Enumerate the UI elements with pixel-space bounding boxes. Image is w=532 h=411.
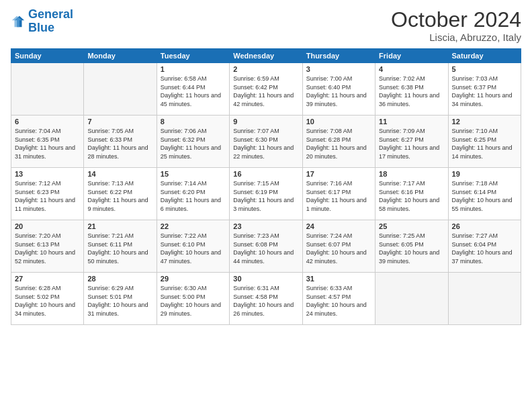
week-row-4: 20Sunrise: 7:20 AMSunset: 6:13 PMDayligh… <box>11 220 521 273</box>
day-cell: 25Sunrise: 7:25 AMSunset: 6:05 PMDayligh… <box>375 220 448 273</box>
day-cell: 1Sunrise: 6:58 AMSunset: 6:44 PMDaylight… <box>157 63 229 116</box>
day-info: Sunrise: 7:27 AMSunset: 6:04 PMDaylight:… <box>452 232 517 265</box>
day-info: Sunrise: 7:23 AMSunset: 6:08 PMDaylight:… <box>233 232 298 265</box>
day-cell <box>448 273 521 325</box>
location: Liscia, Abruzzo, Italy <box>391 32 521 43</box>
day-info: Sunrise: 6:59 AMSunset: 6:42 PMDaylight:… <box>233 75 298 108</box>
day-info: Sunrise: 7:00 AMSunset: 6:40 PMDaylight:… <box>306 75 371 108</box>
day-number: 3 <box>306 65 371 73</box>
day-number: 31 <box>306 275 371 283</box>
header-monday: Monday <box>84 49 157 63</box>
day-info: Sunrise: 7:10 AMSunset: 6:25 PMDaylight:… <box>452 127 517 161</box>
week-row-3: 13Sunrise: 7:12 AMSunset: 6:23 PMDayligh… <box>11 168 521 220</box>
header-friday: Friday <box>375 49 448 63</box>
day-info: Sunrise: 6:33 AMSunset: 4:57 PMDaylight:… <box>306 284 371 318</box>
day-cell: 7Sunrise: 7:05 AMSunset: 6:33 PMDaylight… <box>84 116 157 168</box>
week-row-5: 27Sunrise: 6:28 AMSunset: 5:02 PMDayligh… <box>11 273 521 325</box>
day-number: 28 <box>87 275 152 283</box>
day-number: 27 <box>15 275 80 283</box>
day-cell: 5Sunrise: 7:03 AMSunset: 6:37 PMDaylight… <box>448 63 521 116</box>
day-info: Sunrise: 7:24 AMSunset: 6:07 PMDaylight:… <box>306 232 371 265</box>
day-info: Sunrise: 7:02 AMSunset: 6:38 PMDaylight:… <box>379 75 444 108</box>
day-number: 5 <box>452 65 517 73</box>
day-info: Sunrise: 7:20 AMSunset: 6:13 PMDaylight:… <box>15 232 80 265</box>
day-info: Sunrise: 7:05 AMSunset: 6:33 PMDaylight:… <box>87 127 152 161</box>
day-cell: 6Sunrise: 7:04 AMSunset: 6:35 PMDaylight… <box>11 116 84 168</box>
day-cell: 28Sunrise: 6:29 AMSunset: 5:01 PMDayligh… <box>84 273 157 325</box>
day-number: 20 <box>15 222 80 230</box>
day-number: 7 <box>87 118 152 126</box>
day-cell: 31Sunrise: 6:33 AMSunset: 4:57 PMDayligh… <box>302 273 375 325</box>
day-number: 16 <box>233 170 298 178</box>
day-number: 11 <box>379 118 444 126</box>
day-cell: 16Sunrise: 7:15 AMSunset: 6:19 PMDayligh… <box>230 168 302 220</box>
header-thursday: Thursday <box>302 49 375 63</box>
day-number: 13 <box>15 170 80 178</box>
day-info: Sunrise: 7:15 AMSunset: 6:19 PMDaylight:… <box>233 179 298 213</box>
day-cell: 14Sunrise: 7:13 AMSunset: 6:22 PMDayligh… <box>84 168 157 220</box>
day-cell: 10Sunrise: 7:08 AMSunset: 6:28 PMDayligh… <box>302 116 375 168</box>
day-cell: 30Sunrise: 6:31 AMSunset: 4:58 PMDayligh… <box>230 273 302 325</box>
day-number: 9 <box>233 118 298 126</box>
day-number: 4 <box>379 65 444 73</box>
logo-text: General Blue <box>28 8 73 35</box>
day-cell: 13Sunrise: 7:12 AMSunset: 6:23 PMDayligh… <box>11 168 84 220</box>
day-number: 18 <box>379 170 444 178</box>
header-wednesday: Wednesday <box>230 49 302 63</box>
day-cell <box>11 63 84 116</box>
day-number: 10 <box>306 118 371 126</box>
day-number: 8 <box>161 118 226 126</box>
day-number: 6 <box>15 118 80 126</box>
title-block: October 2024 Liscia, Abruzzo, Italy <box>391 8 521 43</box>
day-number: 23 <box>233 222 298 230</box>
day-number: 12 <box>452 118 517 126</box>
month-title: October 2024 <box>391 8 521 32</box>
day-info: Sunrise: 6:29 AMSunset: 5:01 PMDaylight:… <box>87 284 152 318</box>
day-info: Sunrise: 7:22 AMSunset: 6:10 PMDaylight:… <box>161 232 226 265</box>
week-row-2: 6Sunrise: 7:04 AMSunset: 6:35 PMDaylight… <box>11 116 521 168</box>
logo-icon <box>11 14 26 29</box>
day-number: 24 <box>306 222 371 230</box>
day-cell: 4Sunrise: 7:02 AMSunset: 6:38 PMDaylight… <box>375 63 448 116</box>
day-info: Sunrise: 7:12 AMSunset: 6:23 PMDaylight:… <box>15 179 80 213</box>
calendar-table: SundayMondayTuesdayWednesdayThursdayFrid… <box>11 48 521 325</box>
day-info: Sunrise: 6:28 AMSunset: 5:02 PMDaylight:… <box>15 284 80 318</box>
day-number: 22 <box>161 222 226 230</box>
day-number: 26 <box>452 222 517 230</box>
day-number: 2 <box>233 65 298 73</box>
week-row-1: 1Sunrise: 6:58 AMSunset: 6:44 PMDaylight… <box>11 63 521 116</box>
logo: General Blue <box>11 8 73 35</box>
day-cell: 18Sunrise: 7:17 AMSunset: 6:16 PMDayligh… <box>375 168 448 220</box>
day-info: Sunrise: 7:16 AMSunset: 6:17 PMDaylight:… <box>306 179 371 213</box>
day-info: Sunrise: 7:08 AMSunset: 6:28 PMDaylight:… <box>306 127 371 161</box>
day-cell: 29Sunrise: 6:30 AMSunset: 5:00 PMDayligh… <box>157 273 229 325</box>
day-number: 19 <box>452 170 517 178</box>
header-tuesday: Tuesday <box>157 49 229 63</box>
day-info: Sunrise: 7:25 AMSunset: 6:05 PMDaylight:… <box>379 232 444 265</box>
day-cell: 11Sunrise: 7:09 AMSunset: 6:27 PMDayligh… <box>375 116 448 168</box>
day-cell: 24Sunrise: 7:24 AMSunset: 6:07 PMDayligh… <box>302 220 375 273</box>
day-info: Sunrise: 6:31 AMSunset: 4:58 PMDaylight:… <box>233 284 298 318</box>
header-saturday: Saturday <box>448 49 521 63</box>
day-info: Sunrise: 7:13 AMSunset: 6:22 PMDaylight:… <box>87 179 152 213</box>
day-cell: 20Sunrise: 7:20 AMSunset: 6:13 PMDayligh… <box>11 220 84 273</box>
day-info: Sunrise: 7:03 AMSunset: 6:37 PMDaylight:… <box>452 75 517 108</box>
day-number: 21 <box>87 222 152 230</box>
day-cell: 23Sunrise: 7:23 AMSunset: 6:08 PMDayligh… <box>230 220 302 273</box>
day-info: Sunrise: 7:17 AMSunset: 6:16 PMDaylight:… <box>379 179 444 213</box>
day-cell: 3Sunrise: 7:00 AMSunset: 6:40 PMDaylight… <box>302 63 375 116</box>
day-cell: 9Sunrise: 7:07 AMSunset: 6:30 PMDaylight… <box>230 116 302 168</box>
day-cell: 17Sunrise: 7:16 AMSunset: 6:17 PMDayligh… <box>302 168 375 220</box>
day-cell <box>375 273 448 325</box>
day-info: Sunrise: 7:09 AMSunset: 6:27 PMDaylight:… <box>379 127 444 161</box>
day-number: 25 <box>379 222 444 230</box>
day-cell: 26Sunrise: 7:27 AMSunset: 6:04 PMDayligh… <box>448 220 521 273</box>
day-info: Sunrise: 6:58 AMSunset: 6:44 PMDaylight:… <box>161 75 226 108</box>
day-cell: 19Sunrise: 7:18 AMSunset: 6:14 PMDayligh… <box>448 168 521 220</box>
day-info: Sunrise: 7:21 AMSunset: 6:11 PMDaylight:… <box>87 232 152 265</box>
day-cell: 22Sunrise: 7:22 AMSunset: 6:10 PMDayligh… <box>157 220 229 273</box>
day-info: Sunrise: 7:06 AMSunset: 6:32 PMDaylight:… <box>161 127 226 161</box>
day-info: Sunrise: 7:07 AMSunset: 6:30 PMDaylight:… <box>233 127 298 161</box>
day-number: 15 <box>161 170 226 178</box>
day-cell: 27Sunrise: 6:28 AMSunset: 5:02 PMDayligh… <box>11 273 84 325</box>
